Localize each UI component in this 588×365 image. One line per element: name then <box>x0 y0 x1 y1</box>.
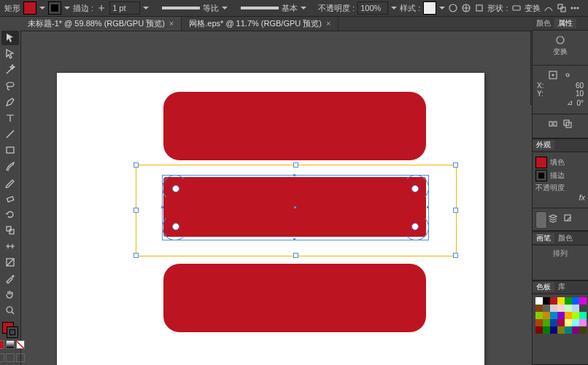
swatch-cell[interactable] <box>572 297 579 305</box>
handle-tm[interactable] <box>293 162 298 168</box>
rotate-tool[interactable] <box>1 207 19 221</box>
swatch-cell[interactable] <box>557 297 565 305</box>
swatch-cell[interactable] <box>550 305 557 312</box>
scale-tool[interactable] <box>1 223 19 238</box>
swatch-cell[interactable] <box>535 326 543 334</box>
ref-point-icon[interactable] <box>548 70 558 80</box>
align-icon[interactable] <box>474 3 484 13</box>
stroke-dropdown[interactable] <box>64 7 70 9</box>
brush-sample[interactable] <box>241 7 279 9</box>
draw-behind[interactable] <box>6 353 15 362</box>
anchor[interactable] <box>161 206 163 208</box>
swatch-cell[interactable] <box>550 319 557 326</box>
angle-value[interactable]: 0° <box>576 98 584 106</box>
selection-tool[interactable] <box>1 31 19 45</box>
color-mode-none[interactable] <box>16 340 25 349</box>
swatch-cell[interactable] <box>579 312 587 319</box>
stroke-box[interactable] <box>7 326 18 338</box>
stroke-stepper-icon[interactable] <box>96 3 107 13</box>
zoom-tool[interactable] <box>1 303 19 318</box>
swatch-cell[interactable] <box>543 312 550 319</box>
swatch-cell[interactable] <box>579 305 587 312</box>
handle-bl[interactable] <box>134 253 139 258</box>
color-mode-gradient[interactable] <box>6 340 15 349</box>
swatch-cell[interactable] <box>535 297 543 305</box>
hand-tool[interactable] <box>1 287 19 302</box>
type-tool[interactable] <box>1 111 19 125</box>
x-value[interactable]: 60 <box>576 82 584 90</box>
swatch-cell[interactable] <box>572 305 579 312</box>
tab-libraries[interactable]: 库 <box>554 282 569 292</box>
swatch-cell[interactable] <box>535 319 543 326</box>
doc-setup-icon[interactable] <box>448 3 458 13</box>
style-dropdown[interactable] <box>439 7 445 9</box>
y-value[interactable]: 10 <box>576 90 584 98</box>
magic-wand-tool[interactable] <box>1 63 19 77</box>
swatch-cell[interactable] <box>543 305 550 312</box>
swatch-cell[interactable] <box>543 326 550 334</box>
layers-icon[interactable] <box>548 213 558 223</box>
stroke-weight-dropdown[interactable] <box>143 7 149 9</box>
appearance-opacity-label[interactable]: 不透明度 <box>535 183 585 193</box>
handle-bm[interactable] <box>293 253 298 258</box>
recolor-icon[interactable] <box>461 3 471 13</box>
fill-swatch[interactable] <box>23 1 36 15</box>
swatch-cell[interactable] <box>579 297 587 305</box>
link-icon[interactable] <box>562 70 573 80</box>
width-tool[interactable] <box>1 239 19 254</box>
more-icon[interactable] <box>570 3 580 13</box>
pencil-tool[interactable] <box>1 175 19 189</box>
corner-widget-br[interactable] <box>411 223 419 230</box>
corner-widget-tl[interactable] <box>172 185 179 192</box>
shape-icon[interactable] <box>511 3 522 13</box>
appearance-stroke-swatch[interactable] <box>535 170 547 181</box>
swatch-cell[interactable] <box>543 319 550 326</box>
corner-widget-tr[interactable] <box>411 185 419 192</box>
line-tool[interactable] <box>1 127 19 141</box>
stroke-profile-sample[interactable] <box>162 7 200 9</box>
appearance-fill-swatch[interactable] <box>535 157 547 168</box>
handle-ml[interactable] <box>134 208 139 213</box>
eyedropper-tool[interactable] <box>1 271 19 286</box>
profile-dropdown[interactable] <box>222 7 228 9</box>
swatch-cell[interactable] <box>572 312 579 319</box>
gradient-tool[interactable] <box>1 255 19 270</box>
handle-tl[interactable] <box>134 162 139 168</box>
handle-tr[interactable] <box>453 162 458 168</box>
swatch-cell[interactable] <box>565 319 572 326</box>
style-swatch[interactable] <box>423 1 436 15</box>
canvas-area[interactable] <box>20 31 533 365</box>
swatch-cell[interactable] <box>565 312 572 319</box>
swatch-cell[interactable] <box>557 319 565 326</box>
swatch-cell[interactable] <box>557 305 565 312</box>
swatch-cell[interactable] <box>579 326 587 334</box>
handle-br[interactable] <box>453 253 458 258</box>
arrange-icon[interactable] <box>557 3 567 13</box>
appearance-tab[interactable]: 外观 <box>533 140 554 150</box>
tab-doc-1[interactable]: 未标题-1* @ 59.88% (RGB/GPU 预览) × <box>20 16 182 31</box>
swatch-cell[interactable] <box>535 312 543 319</box>
fx-button[interactable]: fx <box>579 193 585 202</box>
swatch-cell[interactable] <box>565 305 572 312</box>
color-mode-solid[interactable] <box>0 340 4 349</box>
swatch-cell[interactable] <box>550 297 557 305</box>
tab-color[interactable]: 颜色 <box>533 18 554 28</box>
eraser-tool[interactable] <box>1 191 19 205</box>
swatch-cell[interactable] <box>557 312 565 319</box>
opacity-dropdown[interactable] <box>391 7 397 9</box>
direct-select-tool[interactable] <box>1 47 19 61</box>
anchor[interactable] <box>293 238 295 240</box>
align-panel-icon[interactable] <box>548 119 558 129</box>
tab-doc-2[interactable]: 网格.eps* @ 11.7% (RGB/GPU 预览) × <box>182 16 339 31</box>
envelope-icon[interactable] <box>543 3 554 13</box>
close-icon[interactable]: × <box>326 19 330 28</box>
tab-properties[interactable]: 属性 <box>554 18 576 28</box>
handle-mr[interactable] <box>453 208 458 213</box>
swatch-cell[interactable] <box>579 319 587 326</box>
anchor[interactable] <box>427 206 429 208</box>
stroke-weight-input[interactable]: 1 pt <box>109 1 140 15</box>
swatch-cell[interactable] <box>550 326 557 334</box>
fill-dropdown[interactable] <box>39 7 45 9</box>
brush-sort-label[interactable]: 排列 <box>535 248 585 259</box>
swatch-cell[interactable] <box>565 297 572 305</box>
